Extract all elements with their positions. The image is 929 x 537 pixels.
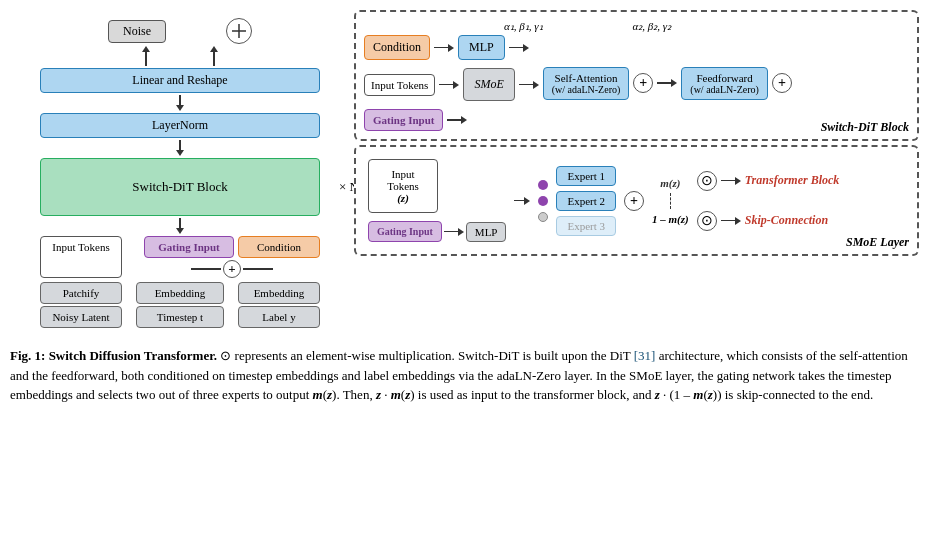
greek-labels-row: α₁, β₁, γ₁ α₂, β₂, γ₂ <box>364 20 909 33</box>
skip-connection-row: ⊙ Skip-Connection <box>697 211 840 231</box>
gating-condition-col: Gating Input Condition + <box>144 236 320 278</box>
caption-bold: Fig. 1: Switch Diffusion Transformer. <box>10 348 217 363</box>
smoe-layer-block: Input Tokens (z) Gating Input MLP <box>354 145 919 256</box>
label-box: Label y <box>238 306 320 328</box>
sdit-left-inputs: Condition MLP Input Tokens SMoE <box>364 35 539 131</box>
arrow-it-smoe <box>439 81 459 89</box>
smoe-layer-title: SMoE Layer <box>846 235 909 250</box>
arrow-mlp-out <box>509 44 529 52</box>
attn-fwd-row: Self-Attention (w/ adaLN-Zero) + Feedfor… <box>543 67 792 100</box>
expert-col: Expert 1 Expert 2 Expert 3 <box>556 166 616 236</box>
gating-input-label: Gating Input <box>144 236 234 258</box>
gating-smoe: Gating Input <box>368 221 442 242</box>
smoe-it-line2: (z) <box>375 192 431 204</box>
caption: Fig. 1: Switch Diffusion Transformer. ⊙ … <box>10 346 919 405</box>
smoe-left-col: Input Tokens (z) Gating Input MLP <box>368 159 506 242</box>
arrow-to-experts <box>514 197 530 205</box>
greek2-label: α₂, β₂, γ₂ <box>633 20 672 33</box>
main-container: Noise Linear and Reshape <box>10 10 919 405</box>
condition-row: Condition MLP <box>364 35 539 60</box>
expert2-box: Expert 2 <box>556 191 616 211</box>
self-attn-box: Self-Attention (w/ adaLN-Zero) <box>543 67 630 100</box>
mz-col: m(z) 1 – m(z) <box>652 177 689 225</box>
arrow-gate-smoe <box>447 116 467 124</box>
one-minus-mz-label: 1 – m(z) <box>652 213 689 225</box>
noise-box: Noise <box>108 20 166 43</box>
plus-circle-sdit1: + <box>633 73 653 93</box>
switch-dit-box: Switch-DiT Block × N <box>40 158 320 216</box>
arrow-line-h2 <box>243 268 273 270</box>
feedfwd-line2: (w/ adaLN-Zero) <box>690 84 759 95</box>
input-tokens-sdit: Input Tokens <box>364 74 435 96</box>
skip-connection-label: Skip-Connection <box>745 213 828 228</box>
arrow-plus-row: + <box>191 260 273 278</box>
smoe-it-line1: Input Tokens <box>375 168 431 192</box>
plus-circle-sdit2: + <box>772 73 792 93</box>
noise-sum-row: Noise <box>40 18 320 44</box>
dashed-line-mz <box>670 193 671 209</box>
gating-condition-row: Gating Input Condition <box>144 236 320 258</box>
arrow-down-3 <box>40 218 320 234</box>
condition-label: Condition <box>238 236 320 258</box>
condition-box: Condition <box>364 35 430 60</box>
arrow-to-transformer <box>721 177 741 185</box>
arrow-noise-up <box>142 46 150 66</box>
noisy-latent-box: Noisy Latent <box>40 306 122 328</box>
smoe-box: SMoE <box>463 68 514 101</box>
dot-circle-2: ⊙ <box>697 211 717 231</box>
gating-box-sdit: Gating Input <box>364 109 443 131</box>
embedding2-box: Embedding <box>238 282 320 304</box>
plus-circle: + <box>223 260 241 278</box>
arrow-down-1 <box>40 95 320 111</box>
greek1-label: α₁, β₁, γ₁ <box>504 20 543 33</box>
switch-dit-block-label: Switch-DiT Block <box>821 120 909 135</box>
transformer-block-label: Transformer Block <box>745 173 840 188</box>
dot-labels-col: ⊙ Transformer Block ⊙ Skip-Connection <box>697 171 840 231</box>
gray-dot-3 <box>538 212 548 222</box>
arrows-up-row <box>40 46 320 66</box>
arrow-line-h1 <box>191 268 221 270</box>
mlp-box: MLP <box>458 35 505 60</box>
left-panel: Noise Linear and Reshape <box>10 10 350 332</box>
patchify-embed-row: Patchify Embedding Embedding <box>40 282 320 304</box>
plus-circle-smoe: + <box>624 191 644 211</box>
gating-row-sdit: Gating Input <box>364 109 539 131</box>
smoe-inner: Input Tokens (z) Gating Input MLP <box>364 155 909 246</box>
switch-dit-label: Switch-DiT Block <box>132 179 227 194</box>
patchify-box: Patchify <box>40 282 122 304</box>
arrow-plus-fwd <box>657 79 677 87</box>
arrow-gate-mlp <box>444 228 464 236</box>
arrow-sum-up <box>210 46 218 66</box>
arrow-down-2 <box>40 140 320 156</box>
switch-dit-inner: α₁, β₁, γ₁ α₂, β₂, γ₂ Condition MLP <box>364 20 909 131</box>
switch-dit-block: α₁, β₁, γ₁ α₂, β₂, γ₂ Condition MLP <box>354 10 919 141</box>
feedfwd-box: Feedforward (w/ adaLN-Zero) <box>681 67 768 100</box>
arrow-cond-mlp <box>434 44 454 52</box>
noisy-timestep-label-row: Noisy Latent Timestep t Label y <box>40 306 320 328</box>
layernorm-box: LayerNorm <box>40 113 320 138</box>
input-tokens-row-sdit: Input Tokens SMoE <box>364 68 539 101</box>
input-tok-smoe: Input Tokens (z) <box>368 159 438 213</box>
arrow-smoe-out <box>519 81 539 89</box>
input-tokens-label: Input Tokens <box>40 236 122 278</box>
expert1-box: Expert 1 <box>556 166 616 186</box>
sdit-main-row: Condition MLP Input Tokens SMoE <box>364 35 909 131</box>
purple-dot-1 <box>538 180 548 190</box>
purple-dot-2 <box>538 196 548 206</box>
right-panel: α₁, β₁, γ₁ α₂, β₂, γ₂ Condition MLP <box>354 10 919 332</box>
dot-circle-1: ⊙ <box>697 171 717 191</box>
self-attn-line2: (w/ adaLN-Zero) <box>552 84 621 95</box>
sum-circle <box>226 18 252 44</box>
embedding1-box: Embedding <box>136 282 224 304</box>
arrow-to-skip <box>721 217 741 225</box>
ref-31: [31] <box>634 348 656 363</box>
purple-dot-col <box>538 180 548 222</box>
bottom-label-row: Input Tokens Gating Input Condition + <box>40 236 320 278</box>
gating-mlp-smoe: Gating Input MLP <box>368 221 506 242</box>
mz-label: m(z) <box>660 177 680 189</box>
feedfwd-line1: Feedforward <box>690 72 759 84</box>
timestep-box: Timestep t <box>136 306 224 328</box>
linear-reshape-box: Linear and Reshape <box>40 68 320 93</box>
transformer-block-row: ⊙ Transformer Block <box>697 171 840 191</box>
expert3-box: Expert 3 <box>556 216 616 236</box>
